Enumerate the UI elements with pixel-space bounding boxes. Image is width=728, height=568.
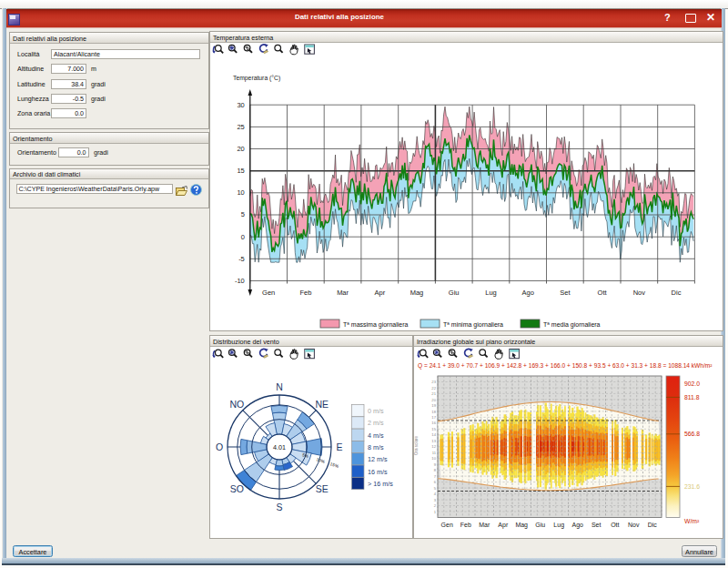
svg-text:19: 19 — [431, 403, 436, 408]
svg-text:Ott: Ott — [598, 289, 608, 297]
svg-text:11: 11 — [432, 451, 437, 455]
svg-text:Lug: Lug — [553, 522, 564, 529]
svg-text:30: 30 — [237, 101, 244, 109]
svg-text:6: 6 — [434, 480, 437, 484]
svg-text:15: 15 — [237, 167, 244, 175]
svg-text:Tª minima giornaliera: Tª minima giornaliera — [443, 321, 503, 329]
svg-text:SO: SO — [230, 483, 244, 494]
svg-text:13: 13 — [431, 439, 436, 443]
svg-text:Mag: Mag — [515, 522, 528, 529]
svg-text:SE: SE — [316, 483, 329, 494]
svg-text:4: 4 — [434, 492, 437, 496]
svg-text:8 m/s: 8 m/s — [368, 443, 384, 451]
svg-text:Ago: Ago — [522, 289, 534, 297]
svg-text:9: 9 — [434, 462, 437, 467]
svg-text:Gen: Gen — [262, 289, 275, 297]
svg-text:20: 20 — [237, 145, 244, 153]
svg-text:18: 18 — [431, 410, 436, 414]
svg-text:Dic: Dic — [672, 289, 682, 297]
svg-text:16: 16 — [431, 421, 436, 425]
svg-text:5: 5 — [434, 486, 437, 491]
svg-text:0: 0 — [241, 233, 245, 241]
svg-text:N: N — [276, 381, 283, 392]
svg-text:-10: -10 — [235, 277, 245, 285]
svg-text:Lug: Lug — [485, 289, 497, 297]
svg-text:Giu: Giu — [535, 522, 545, 528]
svg-text:3: 3 — [434, 498, 437, 502]
svg-text:Ago: Ago — [572, 522, 584, 529]
svg-text:15%: 15% — [329, 462, 339, 469]
svg-text:Feb: Feb — [460, 522, 471, 528]
svg-text:10: 10 — [237, 188, 244, 197]
svg-text:811.8: 811.8 — [684, 394, 700, 401]
svg-text:4.01: 4.01 — [273, 443, 286, 451]
svg-text:16 m/s: 16 m/s — [368, 468, 388, 476]
svg-text:8: 8 — [434, 468, 437, 472]
svg-text:14: 14 — [431, 432, 436, 437]
svg-text:17: 17 — [431, 415, 436, 420]
svg-text:Feb: Feb — [299, 289, 311, 297]
svg-text:10%: 10% — [316, 457, 326, 464]
svg-text:Ora solare: Ora solare — [414, 435, 419, 455]
svg-text:0 m/s: 0 m/s — [368, 407, 384, 415]
svg-text:15: 15 — [431, 427, 436, 431]
svg-text:2 m/s: 2 m/s — [368, 419, 384, 427]
svg-text:2: 2 — [434, 503, 437, 508]
svg-text:Mar: Mar — [479, 522, 490, 528]
svg-text:Q = 24.1 + 39.0 + 70.7 + 106.: Q = 24.1 + 39.0 + 70.7 + 106.9 + 142.8 +… — [418, 362, 713, 370]
svg-text:12 m/s: 12 m/s — [368, 455, 388, 463]
svg-text:Ott: Ott — [611, 522, 619, 528]
svg-text:Mag: Mag — [410, 289, 424, 297]
svg-text:566.8: 566.8 — [684, 431, 700, 437]
svg-text:Nov: Nov — [628, 522, 640, 528]
svg-text:Dic: Dic — [648, 522, 658, 528]
svg-text:Apr: Apr — [498, 522, 509, 529]
svg-text:22: 22 — [431, 386, 436, 390]
svg-text:1: 1 — [434, 510, 437, 514]
svg-text:S: S — [276, 502, 282, 512]
svg-text:NE: NE — [315, 399, 329, 410]
svg-text:W/m²: W/m² — [684, 518, 700, 524]
svg-text:20: 20 — [431, 398, 436, 402]
svg-text:Mar: Mar — [337, 289, 349, 297]
svg-text:7: 7 — [434, 474, 437, 479]
svg-text:NO: NO — [229, 399, 244, 410]
svg-text:12: 12 — [431, 444, 436, 449]
svg-text:Tª media giornaliera: Tª media giornaliera — [543, 321, 601, 329]
svg-text:902.0: 902.0 — [684, 380, 700, 387]
svg-text:Set: Set — [592, 522, 602, 528]
svg-text:25: 25 — [237, 123, 244, 131]
svg-text:Apr: Apr — [374, 289, 385, 297]
svg-text:O: O — [216, 441, 223, 452]
svg-text:231.6: 231.6 — [684, 483, 700, 490]
svg-text:Tª massima giornaliera: Tª massima giornaliera — [343, 321, 409, 329]
svg-text:10: 10 — [431, 456, 436, 461]
svg-text:E: E — [336, 441, 342, 452]
svg-text:Gen: Gen — [441, 522, 453, 528]
svg-text:5: 5 — [241, 210, 245, 218]
svg-text:23: 23 — [431, 380, 436, 384]
svg-text:Nov: Nov — [633, 289, 646, 297]
svg-text:4 m/s: 4 m/s — [368, 431, 384, 440]
svg-text:21: 21 — [431, 391, 436, 396]
svg-text:Set: Set — [560, 289, 571, 297]
svg-text:Temperatura (°C): Temperatura (°C) — [233, 75, 280, 82]
svg-text:Giu: Giu — [449, 289, 460, 297]
svg-text:> 16 m/s: > 16 m/s — [368, 480, 393, 488]
svg-text:-5: -5 — [238, 255, 245, 263]
